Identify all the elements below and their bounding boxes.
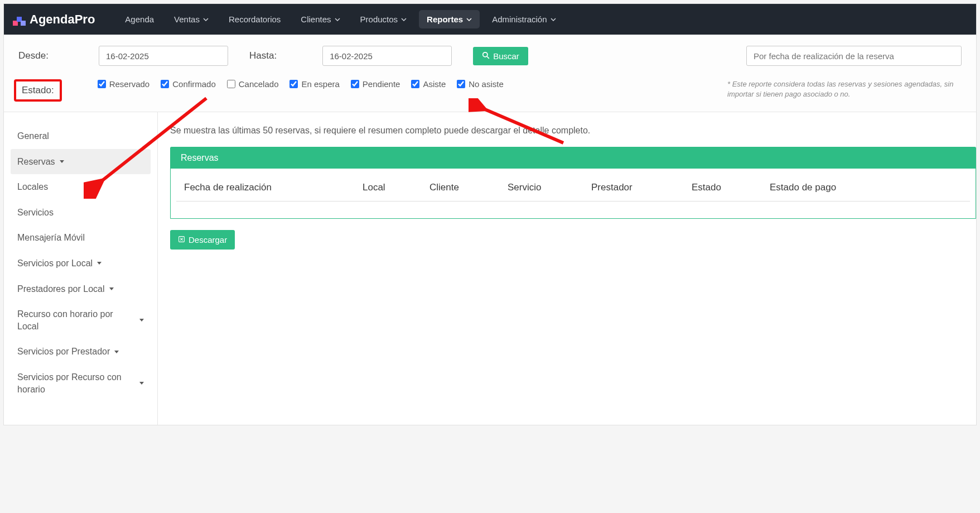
report-note: * Este reporte considera todas las reser…	[727, 79, 962, 99]
buscar-button-label: Buscar	[493, 51, 519, 61]
fecha-filtro-select[interactable]	[746, 46, 962, 66]
sidebar-item-label: Mensajería Móvil	[17, 232, 85, 244]
estado-checkbox[interactable]	[351, 80, 359, 88]
chevron-down-icon	[203, 17, 209, 22]
nav-item-ventas[interactable]: Ventas	[166, 10, 216, 28]
sidebar: GeneralReservasLocalesServiciosMensajerí…	[4, 112, 158, 425]
sidebar-item-servicios-por-prestador[interactable]: Servicios por Prestador	[11, 339, 151, 365]
brand[interactable]: AgendaPro	[13, 12, 95, 27]
sidebar-item-servicios-por-local[interactable]: Servicios por Local	[11, 251, 151, 276]
estado-check-reservado[interactable]: Reservado	[98, 79, 150, 89]
estado-checkbox[interactable]	[227, 80, 235, 88]
estado-check-asiste[interactable]: Asiste	[411, 79, 446, 89]
caret-down-icon	[109, 287, 114, 290]
svg-point-0	[483, 52, 487, 56]
sidebar-item-servicios[interactable]: Servicios	[11, 200, 151, 226]
sidebar-item-label: Prestadores por Local	[17, 283, 105, 295]
hasta-input[interactable]	[322, 46, 452, 66]
estado-checkbox[interactable]	[98, 80, 106, 88]
sidebar-item-label: Reservas	[17, 156, 55, 168]
chevron-down-icon	[401, 17, 407, 22]
brand-logo-icon	[13, 13, 25, 26]
estado-check-label: Cancelado	[239, 79, 279, 89]
chevron-down-icon	[551, 17, 556, 22]
brand-name: AgendaPro	[30, 12, 95, 27]
caret-down-icon	[139, 382, 144, 385]
estado-check-label: En espera	[301, 79, 339, 89]
sidebar-item-recurso-con-horario-por-local[interactable]: Recurso con horario por Local	[11, 301, 151, 339]
excel-download-icon	[178, 235, 185, 244]
estado-checkbox[interactable]	[161, 80, 169, 88]
table-header: Fecha de realizaciónLocalClienteServicio…	[176, 176, 970, 202]
sidebar-item-general[interactable]: General	[11, 123, 151, 149]
estado-checkbox[interactable]	[411, 80, 419, 88]
nav-item-agenda[interactable]: Agenda	[117, 10, 162, 28]
nav-item-label: Agenda	[125, 15, 154, 24]
estado-check-label: Confirmado	[172, 79, 216, 89]
nav-item-label: Ventas	[174, 15, 200, 24]
nav-item-productos[interactable]: Productos	[353, 10, 415, 28]
estado-check-label: No asiste	[469, 79, 504, 89]
main-content: Se muestra las últimas 50 reservas, si r…	[158, 112, 976, 425]
sidebar-item-label: Recurso con horario por Local	[17, 308, 135, 332]
nav-item-clientes[interactable]: Clientes	[293, 10, 347, 28]
estado-label: Estado:	[14, 79, 62, 102]
estado-check-pendiente[interactable]: Pendiente	[351, 79, 400, 89]
sidebar-item-label: General	[17, 130, 49, 142]
table-col-servicio: Servicio	[508, 182, 586, 193]
estado-check-label: Reservado	[109, 79, 150, 89]
nav-item-recordatorios[interactable]: Recordatorios	[221, 10, 288, 28]
filter-bar: Desde: Hasta: Buscar Estado: ReservadoCo…	[4, 35, 976, 112]
svg-line-1	[487, 56, 489, 58]
estado-check-en-espera[interactable]: En espera	[289, 79, 339, 89]
table-col-cliente: Cliente	[429, 182, 502, 193]
sidebar-item-label: Servicios por Prestador	[17, 346, 110, 358]
nav-item-label: Reportes	[427, 15, 463, 24]
panel-title: Reservas	[171, 147, 976, 169]
caret-down-icon	[97, 262, 102, 265]
sidebar-item-prestadores-por-local[interactable]: Prestadores por Local	[11, 276, 151, 302]
table-col-estado: Estado	[692, 182, 764, 193]
estado-checkbox[interactable]	[457, 80, 465, 88]
buscar-button[interactable]: Buscar	[473, 47, 528, 65]
caret-down-icon	[114, 351, 119, 353]
search-icon	[482, 51, 490, 61]
sidebar-item-label: Servicios por Local	[17, 257, 93, 270]
download-button[interactable]: Descargar	[170, 230, 235, 250]
caret-down-icon	[60, 160, 64, 163]
nav-item-label: Recordatorios	[229, 15, 281, 24]
top-nav: AgendaPro AgendaVentasRecordatoriosClien…	[4, 4, 976, 35]
estado-check-label: Asiste	[423, 79, 446, 89]
sidebar-item-locales[interactable]: Locales	[11, 174, 151, 200]
estado-check-label: Pendiente	[363, 79, 400, 89]
sidebar-item-label: Locales	[17, 181, 48, 193]
download-button-label: Descargar	[189, 235, 227, 244]
desde-label: Desde:	[18, 50, 91, 61]
info-text: Se muestra las últimas 50 reservas, si r…	[170, 126, 976, 136]
estado-check-confirmado[interactable]: Confirmado	[161, 79, 216, 89]
nav-item-label: Administración	[492, 15, 547, 24]
table-col-local: Local	[363, 182, 424, 193]
nav-item-label: Clientes	[301, 15, 331, 24]
estado-check-no-asiste[interactable]: No asiste	[457, 79, 504, 89]
sidebar-item-servicios-por-recurso-con-horario[interactable]: Servicios por Recurso con horario	[11, 365, 151, 402]
reservas-panel: Reservas Fecha de realizaciónLocalClient…	[170, 147, 976, 219]
desde-input[interactable]	[99, 46, 228, 66]
chevron-down-icon	[466, 17, 472, 22]
nav-item-label: Productos	[360, 15, 398, 24]
caret-down-icon	[139, 319, 144, 322]
table-col-fecha-de-realización: Fecha de realización	[184, 182, 357, 193]
estado-check-cancelado[interactable]: Cancelado	[227, 79, 279, 89]
sidebar-item-mensajería-móvil[interactable]: Mensajería Móvil	[11, 225, 151, 251]
nav-item-administración[interactable]: Administración	[484, 10, 563, 28]
table-col-estado-de-pago: Estado de pago	[770, 182, 962, 193]
table-col-prestador: Prestador	[591, 182, 686, 193]
estado-checkbox[interactable]	[289, 80, 298, 88]
sidebar-item-label: Servicios por Recurso con horario	[17, 371, 135, 395]
sidebar-item-label: Servicios	[17, 207, 54, 219]
chevron-down-icon	[335, 17, 340, 22]
sidebar-item-reservas[interactable]: Reservas	[11, 149, 151, 175]
nav-item-reportes[interactable]: Reportes	[419, 10, 480, 28]
hasta-label: Hasta:	[249, 50, 277, 61]
